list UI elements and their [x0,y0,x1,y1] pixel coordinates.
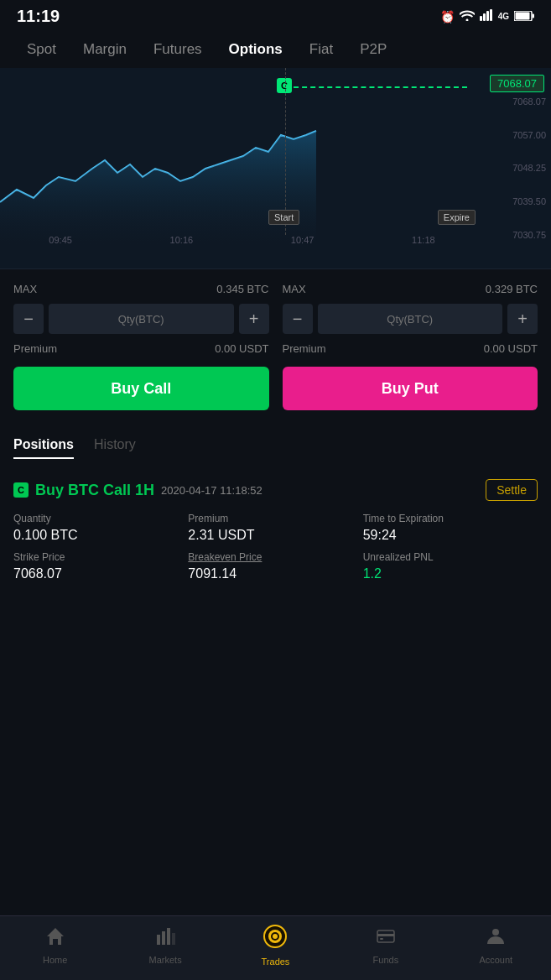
call-premium-row: Premium 0.00 USDT [13,342,269,355]
nav-markets-label: Markets [149,955,182,965]
tab-margin[interactable]: Margin [70,38,140,61]
nav-home[interactable]: Home [30,926,81,965]
settle-button[interactable]: Settle [486,479,538,501]
price-tick-2: 7057.00 [489,130,546,140]
time-axis: 09:45 10:16 10:47 11:18 [0,235,484,245]
svg-rect-12 [172,933,175,945]
put-qty-input[interactable] [318,304,503,334]
price-tick-3: 7048.25 [489,163,546,173]
svg-rect-18 [377,934,394,936]
put-premium-label: Premium [283,342,326,355]
time-tick-4: 11:18 [412,235,435,245]
svg-rect-3 [490,9,492,21]
funds-icon [376,926,396,951]
nav-home-label: Home [43,955,67,965]
strike-item: Strike Price 7068.07 [13,551,188,581]
position-c-badge: C [13,482,29,498]
position-title: Buy BTC Call 1H [35,482,154,499]
tab-positions[interactable]: Positions [13,437,74,459]
expiration-label: Time to Expiration [363,513,538,524]
expire-label: Expire [438,210,476,225]
start-label: Start [268,210,299,225]
nav-trades-label: Trades [262,957,290,967]
alarm-icon: ⏰ [440,10,455,23]
chart-dashed-line [285,86,467,88]
chart-area: 7068.07 7057.00 7048.25 7039.50 7030.75 … [0,68,551,269]
trades-icon [263,925,287,953]
strike-label: Strike Price [13,551,188,563]
svg-rect-11 [167,928,170,945]
put-qty-row: − + [283,304,538,334]
svg-point-16 [273,934,278,939]
account-icon [486,926,506,951]
premium-value: 2.31 USDT [188,528,362,543]
price-axis: 7068.07 7057.00 7048.25 7039.50 7030.75 [484,68,551,268]
position-header: C Buy BTC Call 1H 2020-04-17 11:18:52 Se… [13,479,538,501]
svg-marker-8 [47,928,64,945]
position-title-row: C Buy BTC Call 1H 2020-04-17 11:18:52 [13,482,263,499]
buy-put-button[interactable]: Buy Put [283,367,538,410]
pnl-label: Unrealized PNL [363,551,538,563]
nav-account[interactable]: Account [470,926,521,965]
put-decrement-button[interactable]: − [283,304,313,334]
tab-p2p[interactable]: P2P [346,38,400,61]
call-max-row: MAX 0.345 BTC [13,283,269,295]
call-increment-button[interactable]: + [239,304,269,334]
call-decrement-button[interactable]: − [13,304,44,334]
bottom-nav: Home Markets Trades [0,915,551,980]
buy-call-column: MAX 0.345 BTC − + Premium 0.00 USDT Buy … [13,283,269,410]
top-tabs: Spot Margin Futures Options Fiat P2P [0,29,551,68]
price-tick-4: 7039.50 [489,196,546,206]
home-icon [45,926,65,951]
chart-current-price: 7068.07 [490,75,544,92]
svg-point-20 [492,929,499,936]
buy-call-button[interactable]: Buy Call [13,367,269,410]
tab-history[interactable]: History [94,437,136,459]
breakeven-label: Breakeven Price [188,551,362,563]
nav-trades[interactable]: Trades [250,925,300,967]
trading-grid: MAX 0.345 BTC − + Premium 0.00 USDT Buy … [13,283,538,410]
time-tick-2: 10:16 [170,235,194,245]
put-max-label: MAX [283,283,306,295]
call-premium-value: 0.00 USDT [215,342,268,355]
tab-spot[interactable]: Spot [13,38,70,61]
nav-markets[interactable]: Markets [140,926,190,965]
call-qty-row: − + [13,304,269,334]
svg-rect-1 [483,13,486,21]
signal-icon [480,9,493,23]
expiration-value: 59:24 [363,528,538,543]
svg-rect-6 [516,12,530,19]
call-qty-input[interactable] [49,304,234,334]
call-premium-label: Premium [13,342,57,355]
quantity-label: Quantity [13,513,188,524]
premium-label: Premium [188,513,362,524]
premium-item: Premium 2.31 USDT [188,513,362,543]
put-increment-button[interactable]: + [507,304,538,334]
time-tick-1: 09:45 [49,235,72,245]
nav-funds[interactable]: Funds [361,926,411,965]
status-bar: 11:19 ⏰ 4G [0,0,551,29]
put-max-value: 0.329 BTC [486,283,538,295]
pnl-item: Unrealized PNL 1.2 [363,551,538,581]
buy-put-column: MAX 0.329 BTC − + Premium 0.00 USDT Buy … [283,283,538,410]
nav-funds-label: Funds [373,955,399,965]
put-premium-value: 0.00 USDT [484,342,538,355]
markets-icon [155,926,175,951]
battery-icon [514,10,534,23]
svg-rect-10 [162,931,165,945]
quantity-item: Quantity 0.100 BTC [13,513,188,543]
positions-tabs: Positions History [13,437,538,459]
quantity-value: 0.100 BTC [13,528,188,543]
tab-options[interactable]: Options [216,38,296,61]
pnl-value: 1.2 [363,566,538,581]
tab-futures[interactable]: Futures [140,38,216,61]
price-tick-1: 7068.07 [489,96,546,107]
expiration-item: Time to Expiration 59:24 [363,513,538,543]
nav-account-label: Account [479,955,512,965]
position-data-grid: Quantity 0.100 BTC Premium 2.31 USDT Tim… [13,513,538,581]
svg-rect-9 [157,935,160,945]
tab-fiat[interactable]: Fiat [296,38,346,61]
position-datetime: 2020-04-17 11:18:52 [161,484,263,497]
chart-c-badge: C [277,78,292,93]
status-time: 11:19 [17,7,60,26]
